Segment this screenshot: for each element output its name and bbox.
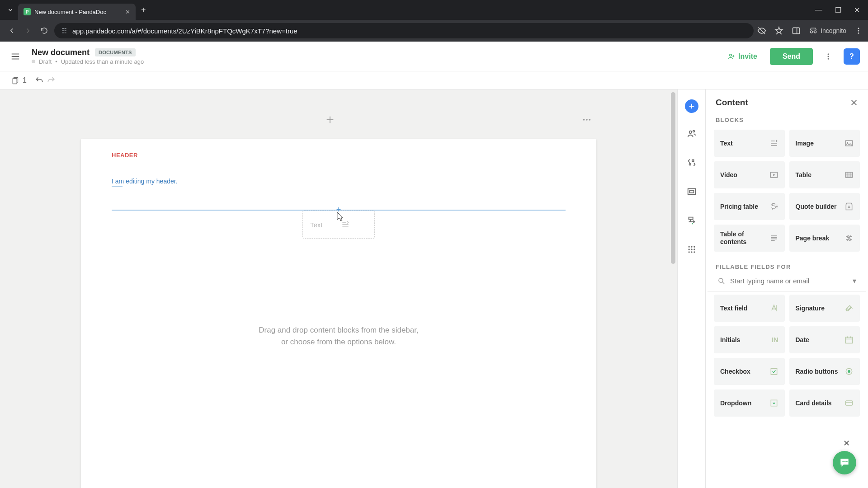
block-page-break[interactable]: Page break [789,225,860,252]
field-icon [844,304,854,313]
chat-dismiss-icon[interactable]: ✕ [843,438,850,448]
panel-title: Content [716,98,748,108]
field-signature[interactable]: Signature [789,295,860,322]
block-icon [844,170,854,179]
canvas[interactable]: HEADER I am editing my header. + Text Dr… [0,89,677,488]
close-window-icon[interactable]: ✕ [854,6,860,14]
help-button[interactable]: ? [844,48,860,65]
url-input[interactable]: app.pandadoc.com/a/#/documents/2UzYiBKr8… [54,23,754,38]
field-icon [769,399,778,408]
field-text-field[interactable]: Text field [714,295,785,322]
rail-add-content-icon[interactable] [685,99,698,113]
tab-search-dropdown[interactable] [3,3,18,17]
site-settings-icon[interactable] [61,27,68,34]
block-pricing-table[interactable]: Pricing table [714,193,785,220]
svg-rect-60 [846,337,853,343]
chat-fab[interactable] [833,451,856,474]
field-date[interactable]: Date [789,326,860,353]
svg-rect-1 [65,28,66,29]
field-initials[interactable]: InitialsIN [714,326,785,353]
page-count: 1 [23,76,27,84]
sidebar-icon-rail [677,89,705,488]
back-button[interactable] [5,24,18,37]
block-quote-builder[interactable]: Quote builder [789,193,860,220]
rail-workflow-icon[interactable] [684,212,700,229]
maximize-icon[interactable]: ❐ [835,6,841,14]
workspace: HEADER I am editing my header. + Text Dr… [0,89,868,488]
field-icon: IN [772,336,778,344]
bookmark-star-icon[interactable] [774,26,783,35]
pages-indicator[interactable]: 1 [12,76,27,84]
page-options-icon[interactable] [582,115,592,125]
svg-rect-5 [65,33,66,33]
scrollbar[interactable] [671,92,675,264]
eye-off-icon[interactable] [757,26,766,35]
minimize-icon[interactable]: ― [815,6,822,14]
svg-line-58 [722,282,724,284]
browser-address-bar: app.pandadoc.com/a/#/documents/2UzYiBKr8… [0,20,868,42]
svg-rect-6 [793,28,800,33]
svg-point-10 [858,33,859,34]
header-text[interactable]: I am editing my header. [112,178,566,185]
svg-rect-0 [62,28,64,29]
undo-button[interactable] [35,76,44,85]
side-panel-icon[interactable] [792,26,801,35]
field-checkbox[interactable]: Checkbox [714,358,785,385]
svg-point-27 [689,164,691,165]
reload-button[interactable] [38,24,51,37]
browser-tab-active[interactable]: P New document - PandaDoc ✕ [18,4,136,20]
text-cursor-underline [112,186,123,187]
svg-point-9 [858,30,859,32]
browser-tab-bar: P New document - PandaDoc ✕ + ― ❐ ✕ [0,0,868,20]
rail-apps-icon[interactable] [684,241,700,258]
svg-rect-4 [62,33,64,33]
send-button[interactable]: Send [770,48,813,65]
rail-recipients-icon[interactable] [684,126,700,142]
redo-button[interactable] [47,76,56,85]
add-block-above-button[interactable] [325,115,335,125]
svg-point-22 [586,119,588,121]
svg-point-26 [689,131,692,134]
incognito-indicator[interactable]: Incognito [809,26,846,35]
browser-menu-icon[interactable] [854,27,863,35]
more-menu-icon[interactable] [820,48,836,65]
insert-line[interactable]: + [112,210,566,211]
field-radio-buttons[interactable]: Radio buttons [789,358,860,385]
document-page[interactable]: HEADER I am editing my header. + Text Dr… [81,139,596,488]
new-tab-button[interactable]: + [141,5,146,15]
rail-layout-icon[interactable] [684,183,700,200]
header-block-label: HEADER [112,152,566,159]
editor-toolbar: 1 [0,71,868,89]
document-title[interactable]: New document [32,48,90,57]
svg-point-15 [828,56,829,57]
block-icon [844,234,854,243]
block-table-of-contents[interactable]: Table of contents [714,225,785,252]
svg-point-36 [693,249,695,250]
block-image[interactable]: Image [789,130,860,157]
block-icon [769,170,778,179]
panel-close-icon[interactable] [850,99,858,107]
svg-rect-18 [13,78,17,84]
block-table[interactable]: Table [789,161,860,188]
svg-rect-2 [62,30,64,31]
invite-button[interactable]: Invite [721,49,763,64]
recipient-search[interactable]: ▾ [708,274,866,292]
block-icon [769,139,778,148]
tab-title: New document - PandaDoc [34,9,106,15]
svg-point-72 [846,461,848,462]
field-icon [769,304,778,313]
hamburger-menu-icon[interactable] [8,52,23,61]
block-video[interactable]: Video [714,161,785,188]
svg-rect-68 [846,401,853,405]
pointer-cursor-icon [335,211,344,222]
svg-point-66 [848,370,850,373]
field-dropdown[interactable]: Dropdown [714,389,785,417]
tab-close-icon[interactable]: ✕ [125,9,130,15]
recipient-search-input[interactable] [730,277,848,285]
rail-variables-icon[interactable] [684,155,700,171]
forward-button[interactable] [22,24,34,37]
field-card-details[interactable]: Card details [789,389,860,417]
dropdown-caret-icon[interactable]: ▾ [853,277,856,285]
svg-point-39 [693,251,695,253]
block-text[interactable]: Text [714,130,785,157]
